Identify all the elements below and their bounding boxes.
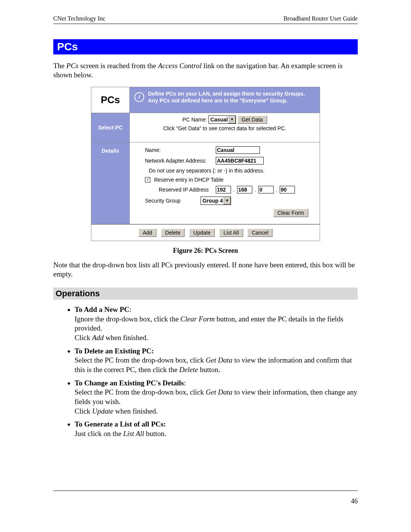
ip-octet-3[interactable] <box>258 186 274 193</box>
select-pc-section-label: Select PC <box>91 113 130 142</box>
security-group-dropdown[interactable]: Group 4 ▼ <box>201 197 231 205</box>
update-button[interactable]: Update <box>189 228 215 237</box>
header-right: Broadband Router User Guide <box>284 15 358 22</box>
list-all-button[interactable]: List All <box>219 228 243 237</box>
adapter-input[interactable] <box>216 157 264 165</box>
intro-paragraph: The PCs screen is reached from the Acces… <box>53 61 358 80</box>
reserved-ip-label: Reserved IP Address <box>159 187 213 193</box>
figure-caption: Figure 26: PCs Screen <box>53 247 358 255</box>
security-group-label: Security Group <box>145 198 198 204</box>
pcs-panel-title: PCs <box>91 87 130 113</box>
operations-heading: Operations <box>53 288 358 300</box>
chevron-down-icon: ▼ <box>229 116 236 123</box>
adapter-label: Network Adapter Address: <box>145 158 213 164</box>
op-delete: To Delete an Existing PC: Select the PC … <box>75 347 358 375</box>
name-input[interactable] <box>216 146 260 154</box>
header-left: CNet Technology Inc <box>53 15 105 22</box>
cancel-button[interactable]: Cancel <box>247 228 272 237</box>
add-button[interactable]: Add <box>139 228 156 237</box>
ip-octet-2[interactable] <box>237 186 252 193</box>
ip-octet-4[interactable] <box>280 186 295 193</box>
header-rule <box>53 24 358 24</box>
chevron-down-icon: ▼ <box>224 197 231 204</box>
reserve-checkbox[interactable]: ✓ <box>145 177 150 182</box>
details-section-label: Details <box>91 142 130 224</box>
op-add: To Add a New PC: Ignore the drop-down bo… <box>75 305 358 343</box>
note-paragraph: Note that the drop-down box lists all PC… <box>53 260 358 279</box>
info-text: Define PCs on your LAN, and assign them … <box>148 90 315 104</box>
footer-rule <box>53 490 358 491</box>
ip-octet-1[interactable] <box>216 186 231 193</box>
select-pc-hint: Click "Get Data" to see correct data for… <box>134 125 316 131</box>
get-data-button[interactable]: Get Data <box>237 115 267 124</box>
section-title-pcs: PCs <box>53 39 358 54</box>
page-number: 46 <box>351 497 358 505</box>
action-button-bar: Add Delete Update List All Cancel <box>91 224 320 241</box>
name-label: Name: <box>145 147 213 153</box>
pc-name-dropdown[interactable]: Casual ▼ <box>209 115 236 124</box>
operations-list: To Add a New PC: Ignore the drop-down bo… <box>53 305 358 439</box>
pcs-screen-figure: PCs i Define PCs on your LAN, and assign… <box>91 87 320 241</box>
separators-note: Do not use any separators (: or -) in th… <box>149 168 264 174</box>
reserve-label: Reserve entry in DHCP Table <box>154 177 223 183</box>
clear-form-button[interactable]: Clear Form <box>273 209 308 217</box>
pc-name-label: PC Name: <box>182 117 207 123</box>
info-icon: i <box>134 92 144 102</box>
delete-button[interactable]: Delete <box>161 228 185 237</box>
op-list-all: To Generate a List of all PCs: Just clic… <box>75 420 358 438</box>
op-change: To Change an Existing PC's Details: Sele… <box>75 379 358 416</box>
